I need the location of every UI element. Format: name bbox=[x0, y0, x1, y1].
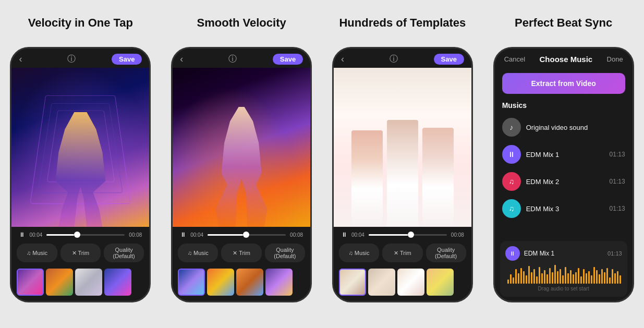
thumb-3-2[interactable] bbox=[368, 269, 395, 296]
music-label-2: Music bbox=[193, 250, 209, 256]
progress-area-3: ⏸ 00:04 00:08 bbox=[334, 227, 471, 240]
music-item-edm3[interactable]: ♫ EDM Mix 3 01:13 bbox=[495, 195, 633, 222]
thumb-2-2[interactable] bbox=[207, 269, 234, 296]
music-time-edm1: 01:13 bbox=[610, 151, 625, 158]
waveform-bar bbox=[619, 275, 621, 284]
trim-btn-1[interactable]: ✕ Trim bbox=[60, 244, 101, 262]
progress-thumb-3[interactable] bbox=[408, 232, 414, 238]
play-pause-icon-1[interactable]: ⏸ bbox=[19, 231, 25, 238]
waveform-bar bbox=[570, 270, 572, 284]
music-time-edm2: 01:13 bbox=[610, 178, 625, 185]
music-name-edm2: EDM Mix 2 bbox=[526, 178, 604, 186]
quality-btn-3[interactable]: Quality (Default) bbox=[426, 244, 466, 262]
music-item-edm2[interactable]: ♫ EDM Mix 2 01:13 bbox=[495, 168, 633, 195]
thumb-2-4[interactable] bbox=[265, 269, 293, 296]
thumb-1-3[interactable] bbox=[75, 269, 102, 296]
waveform-bar bbox=[539, 267, 540, 284]
waveform-bar bbox=[573, 274, 574, 284]
trim-label-1: Trim bbox=[78, 250, 90, 256]
waveform-bar bbox=[546, 274, 548, 284]
music-name-original: Original video sound bbox=[526, 124, 625, 131]
waveform-bar bbox=[507, 280, 509, 284]
progress-bar-2[interactable] bbox=[208, 234, 286, 236]
waveform-bar bbox=[520, 268, 522, 284]
progress-fill-3 bbox=[369, 234, 408, 236]
music-icon-3: ♫ bbox=[349, 250, 353, 256]
music-bottom-row: ⏸ EDM Mix 1 01:13 bbox=[505, 246, 622, 261]
dancer-silhouette-2 bbox=[213, 107, 270, 227]
panel-smooth-velocity: Smooth Velocity ‹ ⓘ Save ⏸ 00:04 bbox=[161, 0, 322, 328]
save-button-2[interactable]: Save bbox=[273, 54, 303, 65]
thumb-strip-1 bbox=[11, 265, 149, 301]
done-button[interactable]: Done bbox=[607, 55, 623, 63]
waveform-bar bbox=[580, 276, 582, 284]
waveform-bar bbox=[528, 266, 530, 284]
progress-thumb-2[interactable] bbox=[243, 232, 249, 238]
waveform-bar bbox=[609, 277, 611, 284]
back-icon-3[interactable]: ‹ bbox=[341, 54, 354, 65]
waveform-bar bbox=[596, 270, 598, 284]
music-btn-1[interactable]: ♫ Music bbox=[17, 244, 57, 262]
time-start-1: 00:04 bbox=[29, 232, 42, 238]
info-icon-1[interactable]: ⓘ bbox=[67, 54, 76, 65]
progress-bar-3[interactable] bbox=[369, 234, 447, 236]
quality-btn-2[interactable]: Quality (Default) bbox=[265, 244, 305, 262]
phone-frame-2: ‹ ⓘ Save ⏸ 00:04 00:08 bbox=[171, 47, 312, 302]
thumb-3-3[interactable] bbox=[397, 269, 424, 296]
back-icon-2[interactable]: ‹ bbox=[180, 54, 192, 65]
save-button-1[interactable]: Save bbox=[112, 54, 142, 65]
panel-perfect-beat-sync: Perfect Beat Sync Cancel Choose Music Do… bbox=[483, 0, 644, 328]
progress-area-2: ⏸ 00:04 00:08 bbox=[173, 227, 310, 240]
progress-thumb-1[interactable] bbox=[74, 232, 80, 238]
waveform-bar bbox=[513, 277, 514, 284]
waveform-bar bbox=[612, 269, 613, 284]
thumb-3-4[interactable] bbox=[427, 269, 454, 296]
waveform-bar bbox=[617, 271, 618, 284]
panel3-title: Hundreds of Templates bbox=[339, 4, 466, 42]
music-item-original[interactable]: ♪ Original video sound bbox=[495, 114, 633, 141]
play-pause-icon-2[interactable]: ⏸ bbox=[180, 231, 186, 238]
phone-frame-3: ‹ ⓘ Save ⏸ 00:04 0 bbox=[332, 47, 473, 302]
music-btn-3[interactable]: ♫ Music bbox=[339, 244, 379, 262]
musics-label: Musics bbox=[495, 99, 633, 114]
drag-hint: Drag audio to set start bbox=[505, 286, 622, 291]
save-button-3[interactable]: Save bbox=[434, 54, 464, 65]
back-icon-1[interactable]: ‹ bbox=[19, 54, 31, 65]
action-buttons-2: ♫ Music ✕ Trim Quality (Default) bbox=[173, 240, 310, 265]
panel1-title: Velocity in One Tap bbox=[28, 4, 133, 42]
music-item-edm1[interactable]: ⏸ EDM Mix 1 01:13 bbox=[495, 141, 633, 168]
thumb-1-2[interactable] bbox=[46, 269, 73, 296]
progress-fill-1 bbox=[46, 234, 74, 236]
thumb-1-1[interactable] bbox=[17, 269, 44, 296]
thumb-strip-2 bbox=[173, 265, 310, 301]
bottom-player-avatar[interactable]: ⏸ bbox=[505, 246, 520, 261]
waveform-bar bbox=[586, 273, 587, 284]
video-fashion-girls bbox=[334, 68, 471, 227]
waveform-bar bbox=[588, 271, 590, 284]
thumb-3-1[interactable] bbox=[339, 269, 366, 296]
waveform[interactable] bbox=[505, 265, 622, 284]
waveform-bar bbox=[557, 271, 558, 284]
thumb-1-4[interactable] bbox=[104, 269, 131, 296]
play-pause-icon-3[interactable]: ⏸ bbox=[341, 231, 347, 238]
trim-btn-2[interactable]: ✕ Trim bbox=[221, 244, 261, 262]
trim-btn-3[interactable]: ✕ Trim bbox=[382, 244, 422, 262]
quality-btn-1[interactable]: Quality (Default) bbox=[104, 244, 144, 262]
waveform-bar bbox=[562, 275, 564, 284]
info-icon-3[interactable]: ⓘ bbox=[390, 54, 398, 65]
info-icon-2[interactable]: ⓘ bbox=[228, 54, 237, 65]
video-neon-dancer bbox=[11, 68, 149, 227]
music-time-edm3: 01:13 bbox=[610, 205, 625, 212]
music-label-1: Music bbox=[32, 250, 47, 256]
video-area-1 bbox=[11, 68, 149, 227]
phone-topbar-1: ‹ ⓘ Save bbox=[11, 48, 149, 68]
music-btn-2[interactable]: ♫ Music bbox=[178, 244, 218, 262]
cancel-button[interactable]: Cancel bbox=[504, 55, 525, 63]
extract-from-video-button[interactable]: Extract from Video bbox=[502, 73, 625, 94]
thumb-2-3[interactable] bbox=[236, 269, 263, 296]
progress-bar-1[interactable] bbox=[46, 234, 125, 236]
waveform-bar bbox=[533, 269, 535, 284]
choose-music-title: Choose Music bbox=[539, 55, 592, 64]
waveform-bar bbox=[549, 268, 551, 284]
thumb-2-1[interactable] bbox=[178, 269, 205, 296]
